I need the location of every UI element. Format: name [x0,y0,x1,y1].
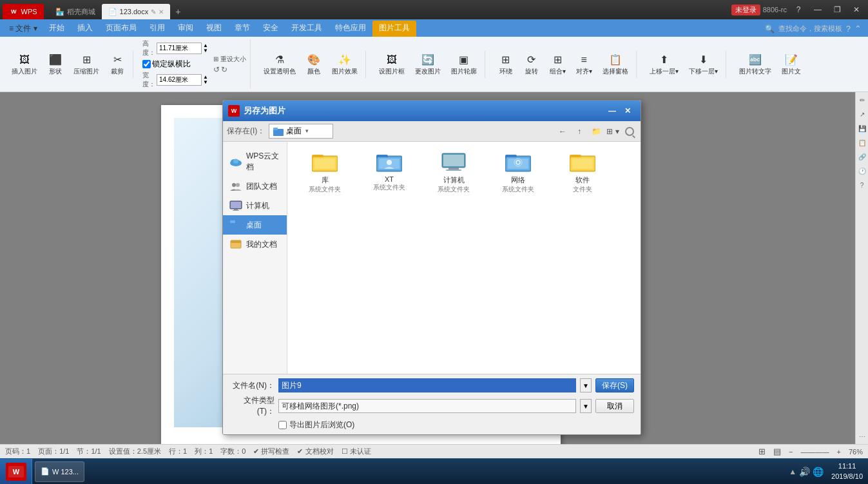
file-item-computer[interactable]: 计算机 系统文件夹 [421,147,486,198]
nav-item-mydoc[interactable]: 我的文档 [223,235,287,254]
status-track[interactable]: ✔ 文档校对 [297,447,333,456]
toolbar-search-btn[interactable] [622,124,637,139]
tab-review[interactable]: 审阅 [171,21,200,37]
sidebar-btn-dots[interactable]: ⋯ [857,431,867,441]
nav-item-wps-cloud[interactable]: WPS云文档 [223,147,287,177]
win-restore-btn[interactable]: ❐ [828,3,846,16]
filetype-dropdown-arrow[interactable]: ▼ [580,399,592,413]
win-close-btn[interactable]: ✕ [847,3,865,16]
tray-icon-network[interactable]: 🌐 [813,467,824,477]
taskbar: W 📄 W 123... ▲ 🔊 🌐 11:11 2019/8/10 [0,458,868,484]
sidebar-btn-question[interactable]: ? [857,180,867,190]
tab-devtools[interactable]: 开发工具 [285,21,329,37]
ribbon-btn-selection-pane[interactable]: 📋 选择窗格 [599,51,632,78]
help-icon[interactable]: ? [846,24,851,34]
filename-dropdown-arrow[interactable]: ▼ [580,378,592,392]
cancel-button[interactable]: 取消 [595,399,634,413]
sidebar-btn-pencil[interactable]: ✏ [857,95,867,105]
tab-security[interactable]: 安全 [256,21,285,37]
taskbar-doc-item[interactable]: 📄 W 123... [35,461,84,482]
status-zoom-bar[interactable]: ———— [801,448,829,456]
doc-tab-label: 123.docx [120,8,149,15]
ribbon-btn-crop[interactable]: ✂ 裁剪 [106,51,129,78]
tab-doc[interactable]: 📄 123.docx ✎ ✕ [102,4,171,19]
ribbon-btn-shape[interactable]: ⬛ 形状 [44,51,67,78]
ribbon-btn-compress[interactable]: ⊞ 压缩图片 [70,51,103,78]
tab-picture-tools[interactable]: 图片工具 [372,21,416,37]
tab-layout[interactable]: 页面布局 [99,21,143,37]
sidebar-btn-copy[interactable]: 📋 [857,137,867,148]
ribbon-btn-color[interactable]: 🎨 颜色 [302,51,325,78]
ribbon-btn-move-up[interactable]: ⬆ 上移一层▾ [646,51,682,78]
status-zoom-out[interactable]: − [789,448,793,456]
nav-item-team[interactable]: 团队文档 [223,177,287,196]
width-input[interactable] [157,74,202,86]
preview-checkbox[interactable] [278,421,287,429]
ribbon-btn-pic-text[interactable]: 📝 图片文 [778,51,805,78]
file-name-network: 网络 [511,175,525,185]
tab-start[interactable]: 开始 [43,21,71,37]
sidebar-btn-clock[interactable]: 🕐 [857,166,867,176]
badge-login[interactable]: 未登录 [731,5,760,15]
lock-ratio-checkbox[interactable] [142,60,151,68]
file-item-network[interactable]: 网络 系统文件夹 [486,147,550,198]
sidebar-btn-link[interactable]: 🔗 [857,151,867,162]
ribbon-btn-align[interactable]: ≡ 对齐▾ [572,51,596,78]
file-item-ku[interactable]: 库 系统文件夹 [293,147,357,198]
height-down-btn[interactable]: ▼ [203,48,208,53]
nav-item-computer[interactable]: 计算机 [223,196,287,215]
footer-filetype-row: 文件类型(T)： ▼ 取消 [229,395,634,417]
ribbon-btn-insert-picture[interactable]: 🖼 插入图片 [8,51,41,78]
ribbon-btn-wrap[interactable]: ⊞ 环绕 [494,51,517,78]
sidebar-btn-arrow[interactable]: ↗ [857,109,867,119]
dialog-minimize-btn[interactable]: — [604,104,620,117]
taskbar-start[interactable]: W [0,459,32,485]
tab-view[interactable]: 视图 [200,21,228,37]
win-help-btn[interactable]: ? [789,3,807,16]
file-item-xt[interactable]: XT 系统文件夹 [357,147,421,198]
tray-icon-volume[interactable]: 🔊 [799,467,810,477]
collapse-icon[interactable]: ⌃ [854,24,862,34]
status-zoom-in[interactable]: + [837,448,841,456]
tab-insert[interactable]: 插入 [71,21,99,37]
tab-special[interactable]: 特色应用 [329,21,372,37]
status-layout-btn[interactable]: ⊞ [758,447,766,456]
ribbon-btn-transparent[interactable]: ⚗ 设置透明色 [260,51,300,78]
ribbon-btn-move-down[interactable]: ⬇ 下移一层▾ [685,51,722,78]
tab-ref[interactable]: 引用 [143,21,171,37]
tab-wps[interactable]: W WPS [3,4,44,19]
toolbar-new-folder-btn[interactable]: 📁 [589,124,603,139]
pic-to-text-label: 图片转文字 [739,67,771,76]
toolbar-view-btn[interactable]: ⊞ ▾ [606,124,620,139]
status-spellcheck[interactable]: ✔ 拼写检查 [253,447,289,456]
save-button[interactable]: 保存(S) [595,378,634,392]
status-column-btn[interactable]: ▤ [773,447,781,456]
tab-store[interactable]: 🏪 稻壳商城 [49,4,102,19]
ribbon-btn-picture-effect[interactable]: ✨ 图片效果 [328,51,362,78]
tab-chapter[interactable]: 章节 [228,21,256,37]
toolbar-up-btn[interactable]: ↑ [572,124,586,139]
ribbon-btn-set-frame[interactable]: 🖼 设图片框 [375,51,409,78]
nav-item-desktop[interactable]: 桌面 [223,215,287,235]
width-down-btn[interactable]: ▼ [203,80,208,85]
ribbon-btn-outline[interactable]: ▣ 图片轮廓 [447,51,481,78]
menu-file[interactable]: ≡ 文件 ▾ [4,21,43,37]
status-auth[interactable]: ☐ 未认证 [342,447,371,456]
tab-close-btn[interactable]: ✕ [159,8,164,15]
ribbon-btn-combine[interactable]: ⊞ 组合▾ [546,51,570,78]
tab-new[interactable]: + [170,4,186,19]
toolbar-back-btn[interactable]: ← [555,124,570,139]
filename-input[interactable] [278,378,576,392]
height-input[interactable] [157,43,202,54]
sidebar-btn-save[interactable]: 💾 [857,123,867,133]
dialog-close-btn[interactable]: ✕ [620,104,635,117]
tray-icon-1: ▲ [789,467,796,476]
file-item-software[interactable]: 软件 文件夹 [550,147,615,198]
ribbon-btn-change-picture[interactable]: 🔄 更改图片 [411,51,445,78]
win-minimize-btn[interactable]: — [809,3,827,16]
footer-filename-row: 文件名(N)： ▼ 保存(S) [229,378,634,392]
status-section2: 节：1/1 [77,447,101,456]
ribbon-btn-rotate[interactable]: ⟳ 旋转 [520,51,543,78]
ribbon-btn-pic-to-text[interactable]: 🔤 图片转文字 [735,51,775,78]
resize-size-btn[interactable]: ⊞ 重设大小 [213,55,246,64]
